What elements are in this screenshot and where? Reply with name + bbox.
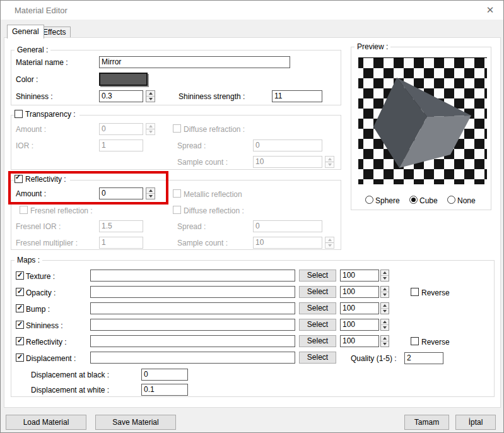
material-editor-dialog: Material Editor ✕ General Effects Genera… [0,0,504,433]
opacity-select-button[interactable]: Select [299,286,336,298]
spin-down-icon[interactable] [381,341,389,347]
spin-up-icon[interactable] [381,303,389,308]
transparency-sample-count-spinner[interactable] [325,156,334,168]
reflectivity-amount-spinner[interactable] [380,335,389,347]
bump-map-checkbox[interactable] [16,304,24,312]
bump-select-button[interactable]: Select [299,302,336,314]
displacement-at-white-input[interactable]: 0.1 [141,384,188,396]
spin-down-icon[interactable] [381,324,389,330]
opacity-map-checkbox[interactable] [16,288,24,296]
reflectivity-amount-input[interactable]: 0 [99,187,143,199]
opacity-amount-spinner[interactable] [380,286,389,298]
spin-down-icon[interactable] [381,275,389,281]
transparency-amount-spinner[interactable] [146,123,155,135]
load-material-button[interactable]: Load Material [6,415,86,430]
shininess-spinner[interactable] [146,90,155,102]
shininess-amount-spinner[interactable] [380,319,389,331]
radio-sphere[interactable] [365,196,373,204]
radio-none[interactable] [447,196,455,204]
fresnel-ior-label: Fresnel IOR : [16,222,61,231]
displacement-map-path-input[interactable] [90,352,295,364]
reflectivity-amount-input[interactable]: 100 [340,335,379,347]
fresnel-reflection-checkbox[interactable] [20,206,28,214]
close-icon[interactable]: ✕ [484,4,496,16]
bump-amount-input[interactable]: 100 [340,302,379,314]
ior-input[interactable]: 1 [99,139,143,151]
shininess-input[interactable]: 0.3 [99,90,143,102]
spin-down-icon[interactable] [146,193,155,199]
tab-general[interactable]: General [7,25,44,39]
texture-map-path-input[interactable] [90,270,295,282]
reflectivity-reverse-label: Reverse [421,338,450,347]
ok-button[interactable]: Tamam [404,415,449,430]
quality-label: Quality (1-5) : [351,354,397,363]
spin-up-icon[interactable] [325,237,334,242]
spin-up-icon[interactable] [325,157,334,162]
radio-none-label: None [457,196,476,205]
transparency-amount-label: Amount : [16,125,46,134]
window-title: Material Editor [15,6,67,15]
shininess-select-button[interactable]: Select [299,319,336,331]
reflectivity-map-path-input[interactable] [90,335,295,347]
reflectivity-caption-label: Reflectivity : [25,175,66,184]
spin-up-icon[interactable] [381,287,389,292]
fresnel-reflection-label: Fresnel reflection : [30,206,93,215]
displacement-select-button[interactable]: Select [299,352,336,364]
fresnel-ior-input[interactable]: 1.5 [99,220,143,232]
transparency-checkbox[interactable] [15,110,23,118]
reflectivity-map-checkbox[interactable] [16,337,24,345]
reflectivity-sample-count-input[interactable]: 10 [253,237,322,249]
transparency-amount-input[interactable]: 0 [99,123,143,135]
reflectivity-reverse-checkbox[interactable] [411,337,419,345]
spin-down-icon[interactable] [325,162,334,167]
spin-down-icon[interactable] [146,96,155,102]
spin-up-icon[interactable] [381,319,389,324]
quality-input[interactable]: 2 [404,352,443,364]
reflectivity-group-caption: Reflectivity : [15,174,70,184]
texture-map-checkbox[interactable] [16,271,24,280]
transparency-sample-count-input[interactable]: 10 [253,156,322,168]
bump-amount-spinner[interactable] [380,302,389,314]
spin-up-icon[interactable] [146,91,155,96]
spin-up-icon[interactable] [146,124,155,129]
displacement-at-black-input[interactable]: 0 [141,369,188,381]
title-bar: Material Editor ✕ [1,1,503,20]
texture-amount-spinner[interactable] [380,270,389,282]
shininess-amount-input[interactable]: 100 [340,319,379,331]
texture-amount-input[interactable]: 100 [340,270,379,282]
reflectivity-checkbox[interactable] [15,175,23,183]
displacement-map-checkbox[interactable] [16,353,24,362]
save-material-button[interactable]: Save Material [95,415,176,430]
shininess-strength-input[interactable]: 11 [272,90,322,102]
spin-down-icon[interactable] [146,129,155,134]
shininess-map-path-input[interactable] [90,319,295,331]
metallic-reflection-label: Metallic reflection [184,190,242,199]
shininess-map-checkbox[interactable] [16,321,24,329]
opacity-map-path-input[interactable] [90,286,295,298]
spin-down-icon[interactable] [381,292,389,297]
spin-down-icon[interactable] [325,242,334,248]
reflectivity-select-button[interactable]: Select [299,335,336,347]
fresnel-multiplier-input[interactable]: 1 [99,237,143,249]
diffuse-refraction-checkbox[interactable] [173,124,181,133]
transparency-spread-input[interactable]: 0 [253,139,322,151]
radio-cube[interactable] [409,196,418,204]
reflectivity-sample-count-spinner[interactable] [325,237,334,249]
displacement-at-white-label: Displacement at white : [31,386,109,394]
transparency-spread-label: Spread : [177,141,206,150]
spin-up-icon[interactable] [381,336,389,341]
color-swatch[interactable] [99,73,148,86]
material-name-input[interactable]: Mirror [99,56,290,68]
reflectivity-spread-input[interactable]: 0 [253,220,322,232]
metallic-reflection-checkbox[interactable] [173,189,181,198]
cancel-button[interactable]: İptal [455,415,496,430]
diffuse-reflection-checkbox[interactable] [173,206,181,214]
spin-up-icon[interactable] [381,270,389,275]
opacity-amount-input[interactable]: 100 [340,286,379,298]
spin-down-icon[interactable] [381,308,389,314]
bump-map-path-input[interactable] [90,302,295,314]
spin-up-icon[interactable] [146,188,155,193]
reflectivity-amount-spinner[interactable] [146,187,155,199]
texture-select-button[interactable]: Select [299,270,336,282]
opacity-reverse-checkbox[interactable] [411,288,419,296]
